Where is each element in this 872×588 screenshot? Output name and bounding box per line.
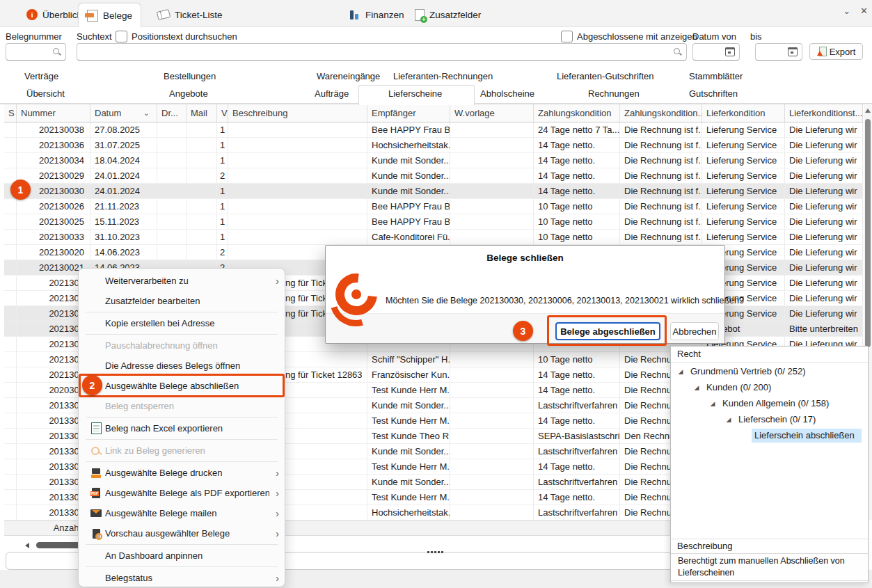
cell-zkt: Die Rechnung ist f... — [620, 230, 702, 244]
column-header-v[interactable]: V — [217, 104, 228, 122]
column-header-w-vorlage[interactable]: W.vorlage — [450, 104, 534, 122]
doc-tab-lieferanten-gutschriften[interactable]: Lieferanten-Gutschriften — [557, 71, 653, 81]
tree-item-lieferschein-abschließen[interactable]: Lieferschein abschließen — [671, 427, 868, 443]
menu-item-kopie-erstellen-bei-adresse[interactable]: Kopie erstellen bei Adresse — [79, 313, 285, 333]
table-row[interactable]: 20213003631.07.20251Hochsicherheitstak..… — [4, 138, 863, 153]
tree-item-kunden-0-200-[interactable]: ◢Kunden (0/ 200) — [671, 379, 868, 395]
doc-tab-verträge[interactable]: Verträge — [24, 71, 58, 81]
suchtext-input[interactable] — [77, 43, 687, 61]
menu-item-vorschau-ausgewählter-belege[interactable]: Vorschau ausgewählter Belege› — [79, 523, 285, 543]
doc-tab-lieferanten-rechnungen[interactable]: Lieferanten-Rechnungen — [393, 71, 493, 81]
doc-tab-abholscheine[interactable]: Abholscheine — [480, 88, 534, 99]
export-button[interactable]: Export — [809, 43, 863, 60]
table-row[interactable]: 20213003331.10.20231Cafe-Konditorei Fü..… — [4, 230, 863, 245]
scroll-left-icon[interactable] — [25, 543, 29, 548]
column-header-zahlungskondition[interactable]: Zahlungskondition — [534, 104, 620, 122]
cell-mail — [187, 153, 217, 168]
column-header-mail[interactable]: Mail — [187, 104, 217, 122]
doc-tab-rechnungen[interactable]: Rechnungen — [588, 88, 640, 99]
cell-s — [4, 214, 17, 229]
table-row[interactable]: 20213003418.04.20241Kunde mit Sonder...1… — [4, 153, 863, 168]
top-tab-ticket-liste[interactable]: Ticket-Liste — [149, 4, 231, 25]
cell-lkt: Die Lieferung wir — [785, 245, 863, 260]
column-header-dr-[interactable]: Dr... — [157, 104, 187, 122]
cell-s — [4, 306, 17, 321]
tree-expanded-icon[interactable]: ◢ — [708, 400, 717, 407]
doc-tab-stammblätter[interactable]: Stammblätter — [689, 71, 743, 81]
menu-item-beleg-nach-excel-exportieren[interactable]: Beleg nach Excel exportieren — [79, 418, 285, 438]
table-row[interactable]: 20213002924.01.20242Kunde mit Sonder...1… — [4, 168, 863, 184]
menu-item-an-dashboard-anpinnen[interactable]: An Dashboard anpinnen — [79, 546, 285, 566]
doc-tab-übersicht[interactable]: Übersicht — [26, 88, 65, 99]
table-row[interactable]: 20213003024.01.20241Kunde mit Sonder...1… — [4, 184, 863, 199]
menu-separator — [86, 312, 278, 312]
column-header-datum[interactable]: Datum⌄ — [90, 104, 157, 122]
doc-tab-bestellungen[interactable]: Bestellungen — [164, 71, 216, 81]
tree-item-label: Grundmenü Vertrieb (0/ 252) — [688, 365, 812, 379]
cell-s — [4, 398, 17, 413]
datum-von-input[interactable] — [692, 43, 740, 61]
cell-s — [4, 260, 17, 275]
column-header-beschreibung[interactable]: Beschreibung — [228, 104, 367, 122]
collapse-icon[interactable]: ⌄ — [843, 6, 850, 16]
doc-tab-wareneingänge[interactable]: Wareneingänge — [317, 71, 380, 81]
calendar-icon[interactable] — [725, 47, 735, 56]
menu-item-belegstatus[interactable]: Belegstatus› — [79, 568, 285, 587]
column-header-nummer[interactable]: Nummer — [17, 104, 90, 122]
dialog-title: Belege schließen — [326, 253, 724, 263]
menu-item-beleg-entsperren: Beleg entsperren — [79, 396, 285, 416]
splitter-handle[interactable] — [427, 551, 443, 553]
table-row[interactable]: 20213003827.08.20251Bee HAPPY Frau B...2… — [4, 122, 863, 138]
menu-item-ausgewählte-belege-mailen[interactable]: Ausgewählte Belege mailen› — [79, 503, 285, 523]
menu-item-die-adresse-dieses-belegs-öffnen[interactable]: Die Adresse dieses Belegs öffnen — [79, 356, 285, 376]
excel-icon — [91, 422, 102, 434]
cell-lkt: Die Lieferung wir — [785, 214, 863, 229]
cancel-button[interactable]: Abbrechen — [670, 322, 719, 340]
cell-beschreibung — [228, 153, 367, 168]
column-header-lieferkondition[interactable]: Lieferkondition — [702, 104, 785, 122]
belegnummer-input[interactable] — [6, 43, 66, 61]
top-tab-finanzen[interactable]: Finanzen — [341, 4, 413, 25]
menu-item-label: Weiterverarbeiten zu — [105, 276, 269, 286]
top-tab-label: Finanzen — [365, 10, 404, 20]
cell-empfaenger: Französischer Kun... — [367, 367, 450, 382]
tree-item-lieferschein-0-17-[interactable]: ◢Lieferschein (0/ 17) — [671, 411, 868, 427]
menu-item-label: Beleg nach Excel exportieren — [105, 423, 269, 434]
abgeschlossene-checkbox[interactable] — [561, 31, 573, 42]
cell-empfaenger: Test Kunde Herr M... — [367, 383, 450, 397]
doc-tab-lieferscheine[interactable]: Lieferscheine — [388, 88, 442, 99]
close-icon[interactable]: ✕ — [860, 6, 868, 16]
column-header-zahlungskondition-[interactable]: Zahlungskondition... — [620, 104, 702, 122]
doc-tab-angebote[interactable]: Angebote — [169, 88, 208, 99]
column-header-s[interactable]: S — [4, 104, 17, 122]
sort-descending-icon[interactable]: ⌄ — [143, 104, 150, 122]
vertical-scroll-thumb[interactable] — [865, 119, 871, 347]
cell-wvorlage — [450, 413, 534, 428]
table-row[interactable]: 20213002621.11.20231Bee HAPPY Frau B...1… — [4, 199, 863, 214]
doc-tab-aufträge[interactable]: Aufträge — [315, 88, 349, 99]
menu-item-zusatzfelder-bearbeiten[interactable]: Zusatzfelder bearbeiten — [79, 291, 285, 311]
doc-tab-gutschriften[interactable]: Gutschriften — [689, 88, 738, 99]
top-tab-zusatzfelder[interactable]: Zusatzfelder — [406, 4, 489, 25]
top-tab-belege[interactable]: Belege — [78, 3, 141, 28]
cell-lkt: Die Lieferung wir — [785, 276, 863, 290]
scroll-up-icon[interactable] — [865, 109, 871, 113]
window-controls: ⌄ ✕ — [843, 6, 868, 16]
column-header-empfänger[interactable]: Empfänger — [367, 104, 450, 122]
positionstext-checkbox[interactable] — [116, 31, 127, 42]
column-header-lieferkonditionst-[interactable]: Lieferkonditionst... — [785, 104, 863, 122]
tree-item-grundmenü-vertrieb-0-252-[interactable]: ◢Grundmenü Vertrieb (0/ 252) — [671, 363, 868, 379]
menu-item-ausgewählte-belege-drucken[interactable]: Ausgewählte Belege drucken› — [79, 463, 285, 483]
cell-lk: Lieferung Service — [702, 199, 785, 214]
menu-item-ausgewählte-belege-als-pdf-exportieren[interactable]: Ausgewählte Belege als PDF exportieren› — [79, 483, 285, 503]
menu-item-weiterverarbeiten-zu[interactable]: Weiterverarbeiten zu› — [79, 271, 285, 291]
calendar-icon[interactable] — [788, 47, 798, 56]
table-row[interactable]: 20213002515.11.20231Bee HAPPY Frau B...1… — [4, 214, 863, 230]
cell-dr — [157, 138, 187, 152]
bis-input[interactable] — [755, 43, 802, 61]
tree-expanded-icon[interactable]: ◢ — [724, 416, 733, 423]
tree-expanded-icon[interactable]: ◢ — [676, 368, 685, 375]
tree-item-kunden-allgemein-0-158-[interactable]: ◢Kunden Allgemein (0/ 158) — [671, 395, 868, 411]
ticket-icon — [157, 9, 171, 20]
tree-expanded-icon[interactable]: ◢ — [692, 384, 701, 391]
